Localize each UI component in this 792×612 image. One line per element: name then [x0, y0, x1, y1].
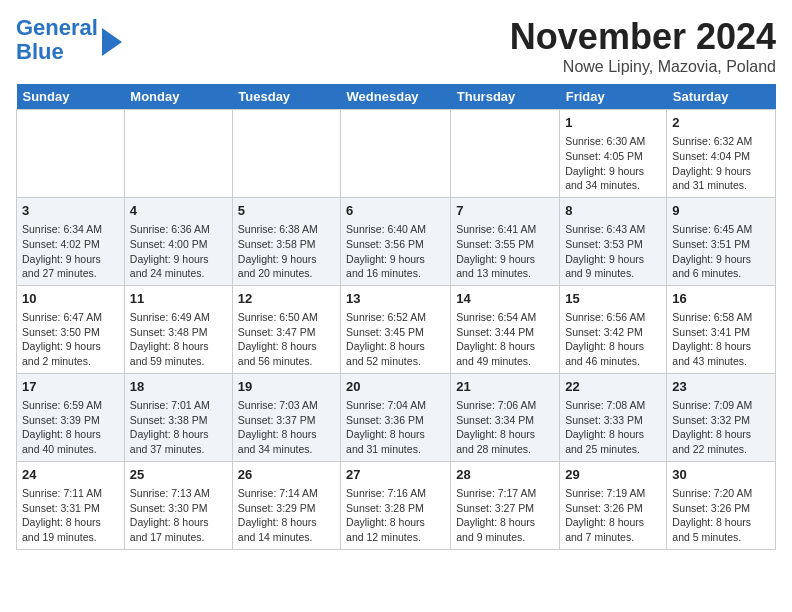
- day-number: 17: [22, 378, 119, 396]
- day-info: Sunrise: 7:04 AM Sunset: 3:36 PM Dayligh…: [346, 398, 445, 457]
- week-row-5: 24Sunrise: 7:11 AM Sunset: 3:31 PM Dayli…: [17, 461, 776, 549]
- day-number: 25: [130, 466, 227, 484]
- weekday-header-tuesday: Tuesday: [232, 84, 340, 110]
- day-info: Sunrise: 6:52 AM Sunset: 3:45 PM Dayligh…: [346, 310, 445, 369]
- day-info: Sunrise: 7:01 AM Sunset: 3:38 PM Dayligh…: [130, 398, 227, 457]
- calendar-cell: 7Sunrise: 6:41 AM Sunset: 3:55 PM Daylig…: [451, 197, 560, 285]
- day-info: Sunrise: 7:03 AM Sunset: 3:37 PM Dayligh…: [238, 398, 335, 457]
- title-section: November 2024 Nowe Lipiny, Mazovia, Pola…: [510, 16, 776, 76]
- calendar-cell: [451, 110, 560, 198]
- day-number: 22: [565, 378, 661, 396]
- logo-arrow-icon: [102, 28, 122, 56]
- day-info: Sunrise: 7:13 AM Sunset: 3:30 PM Dayligh…: [130, 486, 227, 545]
- day-info: Sunrise: 7:14 AM Sunset: 3:29 PM Dayligh…: [238, 486, 335, 545]
- day-number: 23: [672, 378, 770, 396]
- day-number: 18: [130, 378, 227, 396]
- day-number: 13: [346, 290, 445, 308]
- logo-general: General: [16, 15, 98, 40]
- logo: General Blue: [16, 16, 122, 64]
- day-number: 20: [346, 378, 445, 396]
- weekday-header-sunday: Sunday: [17, 84, 125, 110]
- day-info: Sunrise: 6:36 AM Sunset: 4:00 PM Dayligh…: [130, 222, 227, 281]
- day-info: Sunrise: 6:49 AM Sunset: 3:48 PM Dayligh…: [130, 310, 227, 369]
- day-info: Sunrise: 6:32 AM Sunset: 4:04 PM Dayligh…: [672, 134, 770, 193]
- calendar-cell: [232, 110, 340, 198]
- day-number: 24: [22, 466, 119, 484]
- calendar-cell: 24Sunrise: 7:11 AM Sunset: 3:31 PM Dayli…: [17, 461, 125, 549]
- day-info: Sunrise: 6:30 AM Sunset: 4:05 PM Dayligh…: [565, 134, 661, 193]
- week-row-2: 3Sunrise: 6:34 AM Sunset: 4:02 PM Daylig…: [17, 197, 776, 285]
- day-number: 7: [456, 202, 554, 220]
- week-row-4: 17Sunrise: 6:59 AM Sunset: 3:39 PM Dayli…: [17, 373, 776, 461]
- day-number: 26: [238, 466, 335, 484]
- calendar-cell: 20Sunrise: 7:04 AM Sunset: 3:36 PM Dayli…: [341, 373, 451, 461]
- calendar-cell: [341, 110, 451, 198]
- calendar-cell: 9Sunrise: 6:45 AM Sunset: 3:51 PM Daylig…: [667, 197, 776, 285]
- day-info: Sunrise: 7:20 AM Sunset: 3:26 PM Dayligh…: [672, 486, 770, 545]
- day-number: 11: [130, 290, 227, 308]
- weekday-header-saturday: Saturday: [667, 84, 776, 110]
- day-info: Sunrise: 6:54 AM Sunset: 3:44 PM Dayligh…: [456, 310, 554, 369]
- day-number: 29: [565, 466, 661, 484]
- calendar-cell: 15Sunrise: 6:56 AM Sunset: 3:42 PM Dayli…: [560, 285, 667, 373]
- day-info: Sunrise: 7:08 AM Sunset: 3:33 PM Dayligh…: [565, 398, 661, 457]
- calendar-cell: 29Sunrise: 7:19 AM Sunset: 3:26 PM Dayli…: [560, 461, 667, 549]
- day-number: 27: [346, 466, 445, 484]
- day-info: Sunrise: 6:56 AM Sunset: 3:42 PM Dayligh…: [565, 310, 661, 369]
- week-row-3: 10Sunrise: 6:47 AM Sunset: 3:50 PM Dayli…: [17, 285, 776, 373]
- calendar-cell: 26Sunrise: 7:14 AM Sunset: 3:29 PM Dayli…: [232, 461, 340, 549]
- week-row-1: 1Sunrise: 6:30 AM Sunset: 4:05 PM Daylig…: [17, 110, 776, 198]
- weekday-header-monday: Monday: [124, 84, 232, 110]
- calendar-cell: 5Sunrise: 6:38 AM Sunset: 3:58 PM Daylig…: [232, 197, 340, 285]
- calendar-cell: 2Sunrise: 6:32 AM Sunset: 4:04 PM Daylig…: [667, 110, 776, 198]
- header: General Blue November 2024 Nowe Lipiny, …: [16, 16, 776, 76]
- calendar-cell: 8Sunrise: 6:43 AM Sunset: 3:53 PM Daylig…: [560, 197, 667, 285]
- logo-blue: Blue: [16, 40, 98, 64]
- day-number: 16: [672, 290, 770, 308]
- calendar-cell: 10Sunrise: 6:47 AM Sunset: 3:50 PM Dayli…: [17, 285, 125, 373]
- calendar-cell: 25Sunrise: 7:13 AM Sunset: 3:30 PM Dayli…: [124, 461, 232, 549]
- calendar-cell: 14Sunrise: 6:54 AM Sunset: 3:44 PM Dayli…: [451, 285, 560, 373]
- day-info: Sunrise: 7:09 AM Sunset: 3:32 PM Dayligh…: [672, 398, 770, 457]
- day-info: Sunrise: 6:38 AM Sunset: 3:58 PM Dayligh…: [238, 222, 335, 281]
- calendar-cell: [17, 110, 125, 198]
- day-number: 1: [565, 114, 661, 132]
- calendar-cell: 3Sunrise: 6:34 AM Sunset: 4:02 PM Daylig…: [17, 197, 125, 285]
- calendar-cell: 16Sunrise: 6:58 AM Sunset: 3:41 PM Dayli…: [667, 285, 776, 373]
- calendar-cell: [124, 110, 232, 198]
- weekday-header-row: SundayMondayTuesdayWednesdayThursdayFrid…: [17, 84, 776, 110]
- day-info: Sunrise: 6:58 AM Sunset: 3:41 PM Dayligh…: [672, 310, 770, 369]
- day-info: Sunrise: 7:11 AM Sunset: 3:31 PM Dayligh…: [22, 486, 119, 545]
- calendar-cell: 18Sunrise: 7:01 AM Sunset: 3:38 PM Dayli…: [124, 373, 232, 461]
- calendar-cell: 6Sunrise: 6:40 AM Sunset: 3:56 PM Daylig…: [341, 197, 451, 285]
- day-number: 2: [672, 114, 770, 132]
- day-number: 28: [456, 466, 554, 484]
- day-info: Sunrise: 6:41 AM Sunset: 3:55 PM Dayligh…: [456, 222, 554, 281]
- weekday-header-wednesday: Wednesday: [341, 84, 451, 110]
- location: Nowe Lipiny, Mazovia, Poland: [510, 58, 776, 76]
- day-info: Sunrise: 6:47 AM Sunset: 3:50 PM Dayligh…: [22, 310, 119, 369]
- day-info: Sunrise: 6:59 AM Sunset: 3:39 PM Dayligh…: [22, 398, 119, 457]
- day-number: 14: [456, 290, 554, 308]
- calendar-cell: 17Sunrise: 6:59 AM Sunset: 3:39 PM Dayli…: [17, 373, 125, 461]
- calendar-cell: 19Sunrise: 7:03 AM Sunset: 3:37 PM Dayli…: [232, 373, 340, 461]
- day-number: 15: [565, 290, 661, 308]
- calendar-cell: 27Sunrise: 7:16 AM Sunset: 3:28 PM Dayli…: [341, 461, 451, 549]
- day-number: 12: [238, 290, 335, 308]
- day-info: Sunrise: 6:40 AM Sunset: 3:56 PM Dayligh…: [346, 222, 445, 281]
- day-number: 21: [456, 378, 554, 396]
- calendar-cell: 22Sunrise: 7:08 AM Sunset: 3:33 PM Dayli…: [560, 373, 667, 461]
- calendar-cell: 12Sunrise: 6:50 AM Sunset: 3:47 PM Dayli…: [232, 285, 340, 373]
- calendar-cell: 21Sunrise: 7:06 AM Sunset: 3:34 PM Dayli…: [451, 373, 560, 461]
- day-info: Sunrise: 6:34 AM Sunset: 4:02 PM Dayligh…: [22, 222, 119, 281]
- day-info: Sunrise: 7:16 AM Sunset: 3:28 PM Dayligh…: [346, 486, 445, 545]
- calendar-cell: 11Sunrise: 6:49 AM Sunset: 3:48 PM Dayli…: [124, 285, 232, 373]
- calendar-cell: 1Sunrise: 6:30 AM Sunset: 4:05 PM Daylig…: [560, 110, 667, 198]
- day-number: 10: [22, 290, 119, 308]
- day-info: Sunrise: 6:45 AM Sunset: 3:51 PM Dayligh…: [672, 222, 770, 281]
- weekday-header-friday: Friday: [560, 84, 667, 110]
- month-title: November 2024: [510, 16, 776, 58]
- day-number: 4: [130, 202, 227, 220]
- day-number: 19: [238, 378, 335, 396]
- day-info: Sunrise: 7:17 AM Sunset: 3:27 PM Dayligh…: [456, 486, 554, 545]
